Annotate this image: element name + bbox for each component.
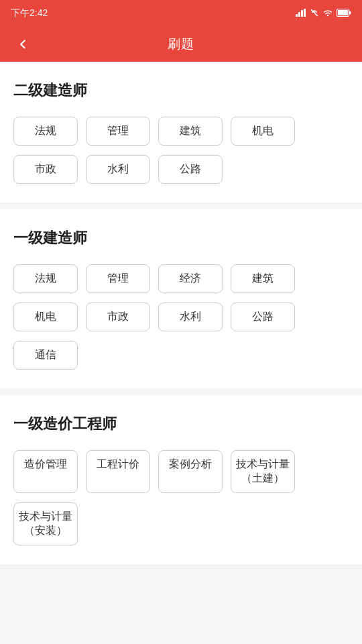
status-icons — [296, 8, 351, 19]
page-title: 刷题 — [168, 36, 194, 53]
tag-item[interactable]: 建筑 — [231, 264, 295, 293]
svg-rect-2 — [301, 10, 303, 17]
tags-grid: 法规管理经济建筑机电市政水利公路通信 — [13, 264, 349, 370]
status-time: 下午2:42 — [11, 7, 48, 19]
tag-item[interactable]: 工程计价 — [86, 450, 150, 493]
tags-grid: 造价管理工程计价案例分析技术与计量（土建）技术与计量（安装） — [13, 450, 349, 545]
tag-item[interactable]: 管理 — [86, 117, 150, 146]
battery-icon — [337, 9, 351, 19]
section-title: 一级造价工程师 — [13, 414, 349, 434]
signal-icon — [296, 9, 306, 19]
tag-item[interactable]: 市政 — [13, 155, 78, 184]
wifi-icon — [322, 9, 333, 19]
tag-item[interactable]: 建筑 — [158, 117, 223, 146]
section-level2: 二级建造师法规管理建筑机电市政水利公路 — [0, 62, 362, 203]
tag-item[interactable]: 经济 — [158, 264, 223, 293]
tag-item[interactable]: 公路 — [231, 303, 295, 331]
status-bar: 下午2:42 — [0, 0, 362, 27]
section-title: 二级建造师 — [13, 80, 349, 101]
section-level1: 一级建造师法规管理经济建筑机电市政水利公路通信 — [0, 209, 362, 388]
section-cost: 一级造价工程师造价管理工程计价案例分析技术与计量（土建）技术与计量（安装） — [0, 395, 362, 564]
mute-icon — [310, 8, 319, 19]
svg-rect-7 — [349, 11, 351, 14]
section-title: 一级建造师 — [13, 228, 349, 248]
tag-item[interactable]: 机电 — [13, 303, 78, 331]
tags-grid: 法规管理建筑机电市政水利公路 — [13, 117, 349, 184]
tag-item[interactable]: 市政 — [86, 303, 150, 331]
tag-item[interactable]: 机电 — [231, 117, 295, 146]
svg-rect-1 — [298, 12, 300, 17]
tag-item[interactable]: 技术与计量（安装） — [13, 502, 78, 545]
svg-rect-0 — [296, 14, 298, 17]
svg-rect-3 — [304, 9, 306, 17]
tag-item[interactable]: 水利 — [86, 155, 150, 184]
svg-rect-6 — [338, 10, 348, 15]
tag-item[interactable]: 技术与计量（土建） — [231, 450, 295, 493]
back-button[interactable] — [11, 32, 35, 56]
tag-item[interactable]: 通信 — [13, 341, 78, 370]
tag-item[interactable]: 法规 — [13, 117, 78, 146]
tag-item[interactable]: 法规 — [13, 264, 78, 293]
tag-item[interactable]: 管理 — [86, 264, 150, 293]
nav-bar: 刷题 — [0, 27, 362, 62]
tag-item[interactable]: 公路 — [158, 155, 223, 184]
tag-item[interactable]: 案例分析 — [158, 450, 223, 493]
content: 二级建造师法规管理建筑机电市政水利公路一级建造师法规管理经济建筑机电市政水利公路… — [0, 62, 362, 564]
tag-item[interactable]: 造价管理 — [13, 450, 78, 493]
tag-item[interactable]: 水利 — [158, 303, 223, 331]
